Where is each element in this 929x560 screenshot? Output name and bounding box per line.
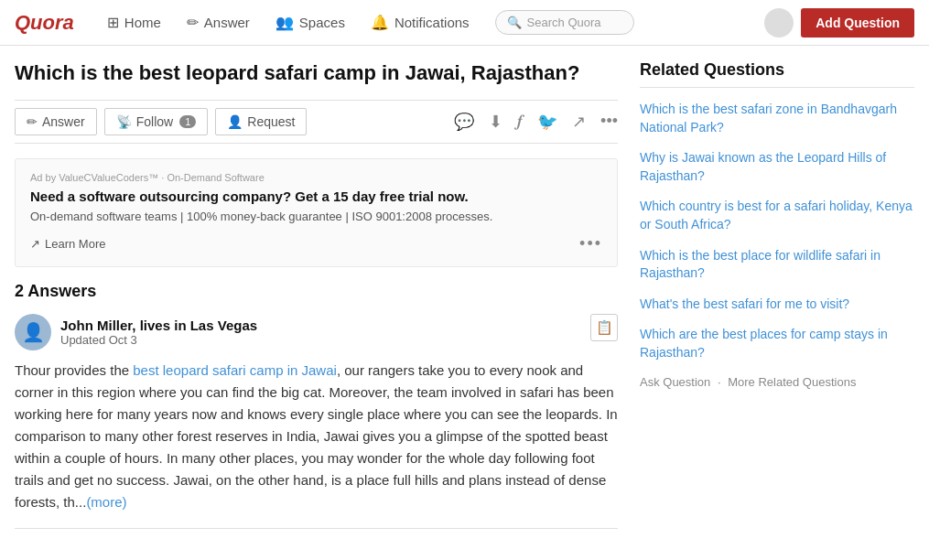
edit-icon: ✏	[27, 114, 38, 129]
nav-items: ⊞ Home ✏ Answer 👥 Spaces 🔔 Notifications	[96, 8, 481, 37]
nav-notifications[interactable]: 🔔 Notifications	[360, 8, 481, 37]
main-content: Which is the best leopard safari camp in…	[15, 60, 618, 529]
user-info: 👤 John Miller, lives in Las Vegas Update…	[15, 314, 257, 350]
dot-separator: ·	[718, 375, 721, 389]
nav-home[interactable]: ⊞ Home	[96, 8, 172, 37]
follow-label: Follow	[136, 114, 173, 129]
request-icon: 👤	[227, 114, 243, 129]
share-icon[interactable]: ↗	[572, 112, 586, 132]
action-bar: ✏ Answer 📡 Follow 1 👤 Request 💬 ⬇ 𝒇 🐦 ↗ …	[15, 100, 618, 144]
search-bar[interactable]: 🔍 Search Quora	[495, 10, 634, 35]
nav-answer[interactable]: ✏ Answer	[176, 8, 261, 37]
twitter-icon[interactable]: 🐦	[537, 112, 557, 132]
credentials-icon: 📋	[596, 319, 613, 336]
ad-box: Ad by ValueCValueCoders™ · On-Demand Sof…	[15, 158, 618, 268]
more-options-icon[interactable]: •••	[600, 112, 618, 131]
question-title: Which is the best leopard safari camp in…	[15, 60, 618, 87]
answers-count: 2 Answers	[15, 282, 618, 301]
answer-item: 👤 John Miller, lives in Las Vegas Update…	[15, 314, 618, 529]
ad-more-dots[interactable]: •••	[579, 234, 602, 253]
page-layout: Which is the best leopard safari camp in…	[0, 46, 929, 544]
nav-home-label: Home	[124, 15, 161, 30]
learn-more-link[interactable]: ↗ Learn More	[30, 237, 105, 251]
nav-spaces-label: Spaces	[299, 15, 345, 30]
related-question-3[interactable]: Which country is best for a safari holid…	[640, 198, 914, 233]
external-link-icon: ↗	[30, 237, 40, 251]
bell-icon: 🔔	[371, 14, 389, 31]
related-question-5[interactable]: What's the best safari for me to visit?	[640, 296, 914, 314]
nav-notifications-label: Notifications	[394, 15, 470, 30]
answer-badge[interactable]: 📋	[590, 314, 618, 341]
answer-link[interactable]: best leopard safari camp in Jawai	[133, 362, 337, 378]
sidebar-title: Related Questions	[640, 60, 914, 88]
user-meta: Updated Oct 3	[60, 333, 257, 347]
share-icons: 💬 ⬇ 𝒇 🐦 ↗ •••	[454, 112, 618, 132]
rss-icon: 📡	[116, 114, 132, 129]
answer-text-before: Thour provides the	[15, 362, 133, 378]
answer-button[interactable]: ✏ Answer	[15, 108, 97, 135]
request-button[interactable]: 👤 Request	[215, 108, 307, 135]
downvote-icon[interactable]: ⬇	[489, 112, 502, 132]
answer-icon: ✏	[187, 14, 199, 31]
related-question-4[interactable]: Which is the best place for wildlife saf…	[640, 247, 914, 283]
navbar: Quora ⊞ Home ✏ Answer 👥 Spaces 🔔 Notific…	[0, 0, 929, 46]
ad-text: On-demand software teams | 100% money-ba…	[30, 208, 602, 226]
nav-avatar[interactable]	[764, 8, 794, 38]
facebook-icon[interactable]: 𝒇	[517, 112, 523, 131]
sidebar: Related Questions Which is the best safa…	[640, 60, 914, 529]
related-question-2[interactable]: Why is Jawai known as the Leopard Hills …	[640, 149, 914, 185]
answer-text-after: , our rangers take you to every nook and…	[15, 362, 618, 510]
follow-button[interactable]: 📡 Follow 1	[104, 108, 209, 135]
more-related-link[interactable]: More Related Questions	[728, 375, 856, 389]
user-name[interactable]: John Miller, lives in Las Vegas	[60, 318, 257, 333]
user-details: John Miller, lives in Las Vegas Updated …	[60, 318, 257, 347]
add-question-button[interactable]: Add Question	[801, 8, 914, 38]
answer-header: 👤 John Miller, lives in Las Vegas Update…	[15, 314, 618, 350]
ask-more: Ask Question · More Related Questions	[640, 375, 914, 389]
search-icon: 🔍	[507, 16, 522, 29]
more-link[interactable]: (more)	[86, 494, 126, 510]
avatar: 👤	[15, 314, 51, 350]
ad-title: Need a software outsourcing company? Get…	[30, 188, 602, 204]
related-question-6[interactable]: Which are the best places for camp stays…	[640, 326, 914, 361]
answer-label: Answer	[42, 114, 85, 129]
ask-question-link[interactable]: Ask Question	[640, 375, 710, 389]
answer-text: Thour provides the best leopard safari c…	[15, 360, 618, 513]
quora-logo[interactable]: Quora	[15, 11, 74, 35]
related-questions-list: Which is the best safari zone in Bandhav…	[640, 101, 914, 362]
avatar-icon: 👤	[22, 321, 45, 343]
comment-icon[interactable]: 💬	[454, 112, 474, 132]
spaces-icon: 👥	[275, 14, 294, 31]
follow-count: 1	[179, 115, 196, 128]
learn-more-label: Learn More	[45, 237, 105, 251]
ad-label: Ad by ValueCValueCoders™ · On-Demand Sof…	[30, 172, 602, 183]
request-label: Request	[247, 114, 295, 129]
home-icon: ⊞	[107, 14, 119, 31]
nav-answer-label: Answer	[204, 15, 250, 30]
ad-more-row: ↗ Learn More •••	[30, 234, 602, 253]
related-question-1[interactable]: Which is the best safari zone in Bandhav…	[640, 101, 914, 136]
nav-spaces[interactable]: 👥 Spaces	[265, 8, 356, 37]
search-placeholder: Search Quora	[527, 16, 601, 29]
